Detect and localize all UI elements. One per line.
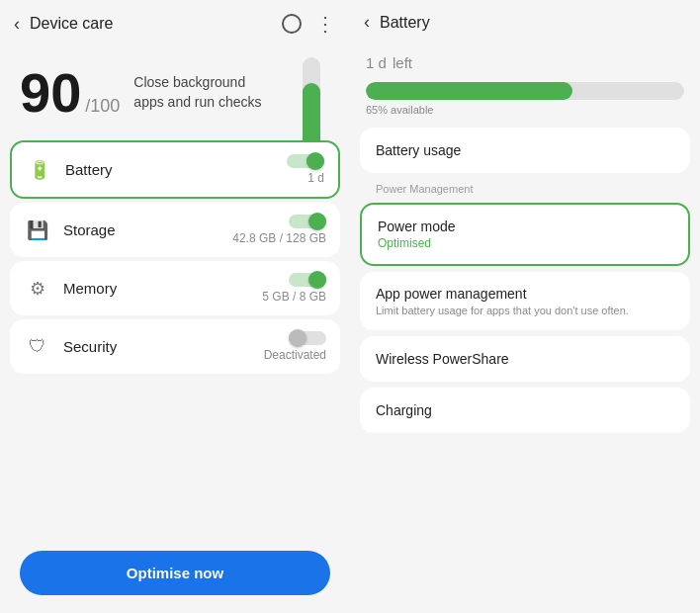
security-toggle[interactable] [289, 331, 326, 345]
battery-time-left: 1 d left [350, 44, 700, 76]
storage-item[interactable]: 💾 Storage 42.8 GB / 128 GB [10, 203, 340, 257]
back-icon[interactable]: ‹ [14, 14, 20, 35]
battery-bar-fill [366, 82, 572, 100]
optimise-now-button[interactable]: Optimise now [20, 551, 330, 595]
memory-value: 5 GB / 8 GB [262, 290, 326, 304]
battery-icon: 🔋 [26, 156, 53, 184]
battery-toggle[interactable] [287, 154, 324, 168]
security-item-name: Security [63, 338, 264, 355]
wireless-powershare-card[interactable]: Wireless PowerShare [360, 336, 690, 382]
app-power-management-card[interactable]: App power management Limit battery usage… [360, 272, 690, 330]
memory-item[interactable]: ⚙ Memory 5 GB / 8 GB [10, 261, 340, 315]
storage-toggle-thumb [308, 213, 326, 230]
score-number-wrap: 90/100 [20, 65, 120, 121]
device-items-list: 🔋 Battery 1 d 💾 Storage 42.8 GB / 128 GB… [0, 131, 350, 537]
power-mode-card[interactable]: Power mode Optimised [360, 203, 690, 266]
security-toggle-thumb [289, 329, 306, 347]
storage-item-right: 42.8 GB / 128 GB [232, 215, 326, 245]
battery-usage-title: Battery usage [376, 142, 461, 158]
score-description: Close background apps and run checks [133, 73, 262, 112]
power-mode-title: Power mode [378, 219, 672, 234]
light-icon[interactable] [282, 14, 302, 34]
memory-item-name: Memory [63, 280, 262, 297]
header-icons: ⋮ [282, 12, 336, 36]
score-section: 90/100 Close background apps and run che… [0, 47, 350, 131]
right-header-title: Battery [380, 14, 430, 32]
memory-toggle-thumb [308, 271, 326, 289]
storage-item-name: Storage [63, 221, 232, 238]
wireless-powershare-title: Wireless PowerShare [376, 351, 509, 367]
right-back-icon[interactable]: ‹ [364, 12, 370, 33]
charging-card[interactable]: Charging [360, 388, 690, 433]
left-panel: ‹ Device care ⋮ 90/100 Close background … [0, 0, 350, 613]
storage-toggle[interactable] [289, 215, 326, 228]
app-power-management-title: App power management [376, 286, 674, 302]
battery-value: 1 d [307, 171, 324, 185]
power-management-label: Power Management [360, 179, 690, 197]
battery-item-name: Battery [65, 161, 287, 178]
battery-available-text: 65% available [350, 102, 700, 124]
battery-toggle-thumb [306, 152, 324, 170]
score-denominator: /100 [85, 96, 120, 116]
left-header: ‹ Device care ⋮ [0, 0, 350, 47]
more-options-icon[interactable]: ⋮ [315, 12, 336, 36]
memory-icon: ⚙ [24, 275, 51, 303]
left-header-title: Device care [30, 15, 282, 33]
charging-title: Charging [376, 402, 432, 418]
battery-usage-card[interactable]: Battery usage [360, 128, 690, 173]
memory-item-right: 5 GB / 8 GB [262, 273, 326, 304]
right-panel: ‹ Battery 1 d left 65% available Battery… [350, 0, 700, 613]
memory-toggle[interactable] [289, 273, 326, 287]
right-header: ‹ Battery [350, 0, 700, 44]
battery-bar-wrap [350, 76, 700, 102]
battery-item[interactable]: 🔋 Battery 1 d [10, 140, 340, 199]
power-mode-subtitle: Optimised [378, 236, 672, 250]
security-item[interactable]: 🛡 Security Deactivated [10, 319, 340, 374]
security-icon: 🛡 [24, 333, 51, 361]
storage-value: 42.8 GB / 128 GB [232, 231, 326, 245]
battery-left-label: left [393, 54, 412, 71]
battery-bar-background [366, 82, 684, 100]
security-value: Deactivated [264, 348, 326, 362]
battery-item-right: 1 d [287, 154, 324, 185]
score-number: 90 [20, 61, 81, 124]
security-item-right: Deactivated [264, 331, 326, 362]
battery-days: 1 d [366, 54, 387, 71]
storage-icon: 💾 [24, 217, 51, 244]
optimise-btn-wrap: Optimise now [0, 537, 350, 613]
app-power-management-sub: Limit battery usage for apps that you do… [376, 305, 674, 316]
right-sections: Battery usage Power Management Power mod… [350, 124, 700, 613]
